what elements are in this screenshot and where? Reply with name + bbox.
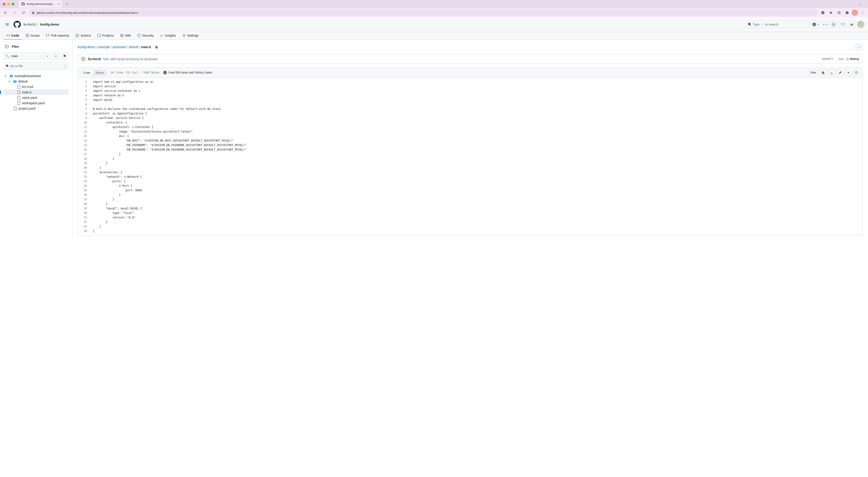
inbox-button[interactable] [848, 21, 855, 28]
search-tree-button[interactable] [61, 53, 68, 60]
tree-folder-example[interactable]: ▾ example/quickstart [4, 73, 68, 79]
copy-button[interactable] [819, 69, 827, 76]
file-icon [17, 90, 21, 94]
tree-label: default [18, 80, 28, 83]
code-area[interactable]: 1234567891011121314151617181920212223242… [78, 78, 862, 235]
profile-avatar[interactable] [852, 9, 858, 16]
nav-issues[interactable]: Issues [23, 32, 42, 39]
nav-projects[interactable]: Projects [94, 32, 116, 39]
goto-file-input[interactable]: Go to file t [4, 62, 68, 70]
sidebar-toggle-icon[interactable] [4, 43, 10, 50]
branch-select[interactable]: main ▾ [4, 53, 51, 60]
nav-actions[interactable]: Actions [73, 32, 94, 39]
extensions-icon[interactable] [844, 9, 851, 16]
branch-name: main [11, 54, 18, 58]
code-lines[interactable]: import kam.v1.app_configuration as acimp… [89, 78, 250, 235]
tree-file-maink[interactable]: main.k [4, 90, 68, 95]
folder-icon [13, 80, 17, 83]
extension-chrome-icon[interactable] [835, 9, 843, 16]
repo-link[interactable]: konfig-demo [40, 23, 59, 26]
search-input[interactable]: Type / to search [746, 21, 809, 28]
file-content: konfig-demo/ example/ quickstart/ defaul… [72, 40, 868, 239]
path-crumb[interactable]: default [129, 45, 138, 49]
new-tab-button[interactable]: + [64, 1, 70, 7]
file-icon [17, 101, 21, 105]
nav-insights[interactable]: Insights [157, 32, 179, 39]
code-toolbar: Code Blame 34 lines (33 loc) · 1005 Byte… [78, 68, 862, 78]
tree-folder-default[interactable]: ▾ default [4, 79, 68, 84]
window-close[interactable] [3, 3, 5, 5]
more-options-button[interactable]: ⋯ [855, 43, 863, 51]
tab-strip: konfig-demo/example/quickst × + ⌄ [0, 0, 868, 8]
tree-file-workspaceyaml[interactable]: workspace.yaml [4, 100, 68, 106]
code-tab[interactable]: Code [81, 70, 93, 75]
nav-settings[interactable]: Settings [180, 32, 202, 39]
url-bar[interactable]: github.com/liu-hm19/konfig-demo/blob/mai… [29, 9, 817, 16]
search-kbd: / [761, 23, 764, 26]
chevron-down-icon: ▾ [8, 80, 12, 83]
edit-button[interactable] [837, 69, 844, 76]
site-info-icon[interactable] [32, 11, 35, 14]
history-button[interactable]: History [846, 57, 859, 61]
copilot-button[interactable]: ▾ [811, 21, 819, 28]
file-path-breadcrumb: konfig-demo/ example/ quickstart/ defaul… [78, 43, 863, 51]
tab-close-icon[interactable]: × [58, 2, 60, 6]
add-button[interactable]: +▾ [821, 21, 828, 28]
tree-file-kclmod[interactable]: kcl.mod [4, 84, 68, 90]
search-suffix: to search [765, 23, 778, 26]
tab-dropdown-icon[interactable]: ⌄ [856, 0, 864, 8]
svg-point-3 [833, 24, 834, 25]
github-logo[interactable] [13, 21, 21, 28]
forward-button[interactable] [11, 9, 18, 16]
download-button[interactable] [828, 69, 835, 76]
commit-sha[interactable]: 46b00f7 [822, 57, 833, 61]
commit-message[interactable]: feat: add mysql accessory to quickstart [103, 57, 158, 61]
svg-point-8 [183, 35, 185, 36]
tree-file-projectyaml[interactable]: project.yaml [4, 106, 68, 111]
bookmark-icon[interactable] [827, 9, 835, 16]
code-blame-toggle: Code Blame [80, 70, 107, 76]
window-minimize[interactable] [7, 3, 10, 5]
search-prefix: Type [753, 23, 760, 26]
nav-code[interactable]: Code [4, 32, 22, 39]
reload-button[interactable] [20, 9, 27, 16]
copilot-promo[interactable]: Code 55% faster with GitHub Copilot [163, 71, 212, 74]
author-avatar[interactable] [81, 57, 86, 61]
file-icon [17, 96, 21, 99]
browser-toolbar: github.com/liu-hm19/konfig-demo/blob/mai… [0, 8, 868, 17]
prs-button[interactable] [839, 21, 846, 28]
commit-author[interactable]: liu-hm19 [88, 57, 101, 61]
add-file-button[interactable]: + [52, 53, 59, 60]
nav-security[interactable]: Security [134, 32, 156, 39]
window-maximize[interactable] [12, 3, 14, 5]
copy-path-button[interactable] [154, 44, 159, 50]
symbols-button[interactable] [853, 69, 860, 76]
owner-link[interactable]: liu-hm19 [24, 23, 36, 26]
url-text: github.com/liu-hm19/konfig-demo/blob/mai… [37, 11, 138, 14]
path-crumb[interactable]: quickstart [113, 45, 126, 49]
user-avatar[interactable] [857, 21, 864, 28]
path-crumb[interactable]: example [98, 45, 110, 49]
browser-tab[interactable]: konfig-demo/example/quickst × [19, 0, 62, 8]
nav-pull-requests[interactable]: Pull requests [43, 32, 72, 39]
path-crumb[interactable]: konfig-demo [78, 45, 95, 49]
svg-point-1 [838, 12, 839, 13]
browser-menu-icon[interactable]: ⋮ [859, 9, 866, 16]
tree-label: project.yaml [19, 107, 35, 110]
nav-wiki[interactable]: Wiki [117, 32, 133, 39]
latest-commit-box: liu-hm19 feat: add mysql accessory to qu… [78, 54, 863, 64]
tree-file-stackyaml[interactable]: stack.yaml [4, 95, 68, 100]
file-meta: 34 lines (33 loc) · 1005 Bytes [111, 71, 160, 74]
path-crumb-current: main.k [141, 45, 151, 49]
svg-rect-9 [5, 45, 8, 48]
hamburger-menu[interactable] [4, 21, 11, 28]
install-app-icon[interactable] [819, 9, 827, 16]
folder-icon [9, 74, 13, 78]
repo-breadcrumb: liu-hm19 / konfig-demo [24, 23, 59, 26]
repo-nav: Code Issues Pull requests Actions Projec… [0, 32, 868, 40]
edit-dropdown[interactable]: ▾ [845, 69, 851, 76]
raw-button[interactable]: Raw [809, 69, 818, 76]
issues-button[interactable] [830, 21, 837, 28]
blame-tab[interactable]: Blame [93, 70, 107, 75]
back-button[interactable] [2, 9, 9, 16]
